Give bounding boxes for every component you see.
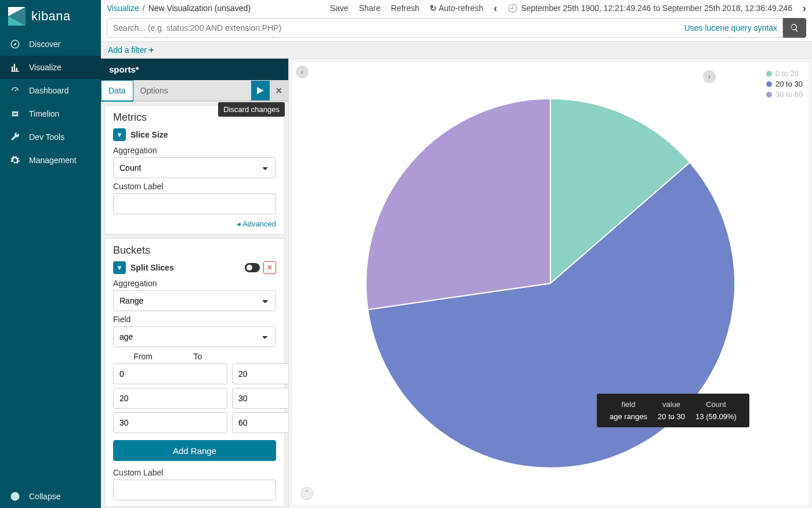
aggregation-label: Aggregation (113, 146, 276, 155)
nav-dashboard[interactable]: Dashboard (0, 79, 101, 102)
custom-label-label: Custom Label (113, 468, 276, 477)
range-to-input[interactable] (232, 412, 288, 433)
legend-item[interactable]: 0 to 20 (766, 69, 803, 78)
search-input[interactable] (107, 18, 783, 38)
editor-tabs: Data Options ✕ Discard changes (101, 80, 288, 102)
search-bar: Uses lucene query syntax (101, 16, 812, 42)
custom-label-input[interactable] (113, 193, 276, 214)
timelion-icon (9, 108, 21, 120)
range-row: ✕ (113, 388, 276, 409)
nav-discover[interactable]: Discover (0, 33, 101, 56)
field-label: Field (113, 315, 276, 324)
gauge-icon (9, 85, 21, 96)
legend-dot-icon (766, 71, 772, 77)
range-to-input[interactable] (232, 363, 288, 384)
apply-button[interactable] (251, 81, 270, 100)
tab-options[interactable]: Options (133, 81, 175, 100)
bar-chart-icon (9, 62, 21, 73)
nav-label: Visualize (29, 63, 61, 72)
nav-visualize[interactable]: Visualize (0, 56, 101, 79)
pie-slice[interactable] (366, 99, 550, 309)
nav-devtools[interactable]: Dev Tools (0, 125, 101, 149)
add-filter-button[interactable]: Add a filter + (108, 45, 154, 55)
visualization-area: ‹ › 0 to 20 20 to 30 30 to 60 field valu… (292, 62, 809, 505)
buckets-title: Buckets (113, 244, 276, 257)
metrics-agg-label: Slice Size (130, 130, 168, 139)
bucket-delete-button[interactable]: ✕ (263, 261, 276, 274)
tooltip-count-header: Count (691, 399, 741, 410)
discard-tooltip: Discard changes (218, 102, 285, 117)
search-icon (790, 23, 799, 33)
logo-text: kibana (31, 9, 71, 24)
breadcrumb: Visualize / New Visualization (unsaved) (107, 3, 251, 13)
range-to-input[interactable] (232, 388, 288, 409)
time-next-icon[interactable]: › (803, 2, 806, 15)
plus-icon: + (149, 45, 154, 55)
svg-marker-3 (257, 87, 264, 94)
custom-label-label: Custom Label (113, 182, 276, 191)
autorefresh-action[interactable]: ↻ Auto-refresh (430, 3, 483, 13)
nav-management[interactable]: Management (0, 149, 101, 172)
nav-collapse[interactable]: Collapse (0, 485, 101, 508)
chevron-left-icon: ‹ (301, 68, 303, 76)
close-icon: ✕ (276, 86, 282, 95)
chart-legend: 0 to 20 20 to 30 30 to 60 (766, 69, 803, 100)
legend-item[interactable]: 30 to 60 (766, 90, 803, 99)
editor-panel: sports* Data Options ✕ Discard changes (101, 59, 289, 508)
nav-timelion[interactable]: Timelion (0, 102, 101, 125)
range-from-input[interactable] (113, 363, 227, 384)
nav-label: Discover (29, 39, 60, 49)
chevron-up-icon: ˄ (305, 489, 309, 498)
time-prev-icon[interactable]: ‹ (494, 2, 497, 15)
range-from-input[interactable] (113, 412, 227, 433)
buckets-toggle[interactable]: ▼ (113, 261, 126, 274)
refresh-action[interactable]: Refresh (391, 3, 419, 13)
range-from-input[interactable] (113, 388, 227, 409)
breadcrumb-root[interactable]: Visualize (107, 3, 139, 13)
metrics-toggle[interactable]: ▼ (113, 128, 126, 141)
collapse-icon (9, 491, 21, 502)
bucket-enable-toggle[interactable] (245, 263, 260, 272)
expand-legend-button[interactable]: › (703, 70, 716, 83)
chevron-right-icon: › (708, 73, 710, 81)
save-action[interactable]: Save (330, 3, 349, 13)
share-action[interactable]: Share (359, 3, 380, 13)
chevron-down-icon: ▼ (117, 131, 123, 138)
bucket-custom-label-input[interactable] (113, 480, 276, 500)
play-icon (257, 87, 264, 94)
metrics-panel: Metrics ▼ Slice Size Aggregation Count C… (104, 105, 285, 235)
from-header: From (133, 352, 153, 361)
legend-item[interactable]: 20 to 30 (766, 80, 803, 88)
nav-label: Dashboard (29, 86, 69, 95)
legend-dot-icon (766, 92, 772, 98)
tooltip-value: 20 to 30 (653, 411, 690, 422)
buckets-panel: Buckets ▼ Split Slices ✕ Aggregation Ran… (104, 238, 285, 507)
search-button[interactable] (783, 18, 806, 38)
chevron-down-icon: ▼ (117, 264, 123, 271)
nav-label: Dev Tools (29, 132, 64, 142)
time-range[interactable]: 🕘 September 25th 1900, 12:21:49.246 to S… (507, 3, 792, 13)
scroll-top-button[interactable]: ˄ (300, 487, 313, 500)
tab-data[interactable]: Data (101, 80, 133, 102)
breadcrumb-current: New Visualization (unsaved) (148, 3, 251, 13)
aggregation-label: Aggregation (113, 279, 276, 288)
range-row: ✕ (113, 363, 276, 384)
collapse-editor-button[interactable]: ‹ (296, 66, 309, 78)
bucket-agg-select[interactable]: Range (113, 290, 276, 311)
field-select[interactable]: age (113, 326, 276, 347)
nav-label: Timelion (29, 109, 59, 118)
filter-bar: Add a filter + (101, 42, 812, 59)
gear-icon (9, 154, 21, 166)
viz-name: sports* (101, 59, 288, 80)
close-icon: ✕ (267, 264, 273, 272)
add-range-button[interactable]: Add Range (113, 440, 276, 461)
tooltip-value-header: value (653, 399, 690, 410)
advanced-link[interactable]: ◂ Advanced (237, 219, 276, 228)
discard-button[interactable]: ✕ (270, 81, 288, 100)
chart-tooltip: field value Count age ranges 20 to 30 13… (597, 394, 749, 427)
aggregation-select[interactable]: Count (113, 157, 276, 178)
range-row: ✕ (113, 412, 276, 433)
tooltip-field: age ranges (605, 411, 652, 422)
side-nav: kibana Discover Visualize Dashboard Time… (0, 0, 101, 508)
breadcrumb-sep: / (143, 3, 145, 13)
